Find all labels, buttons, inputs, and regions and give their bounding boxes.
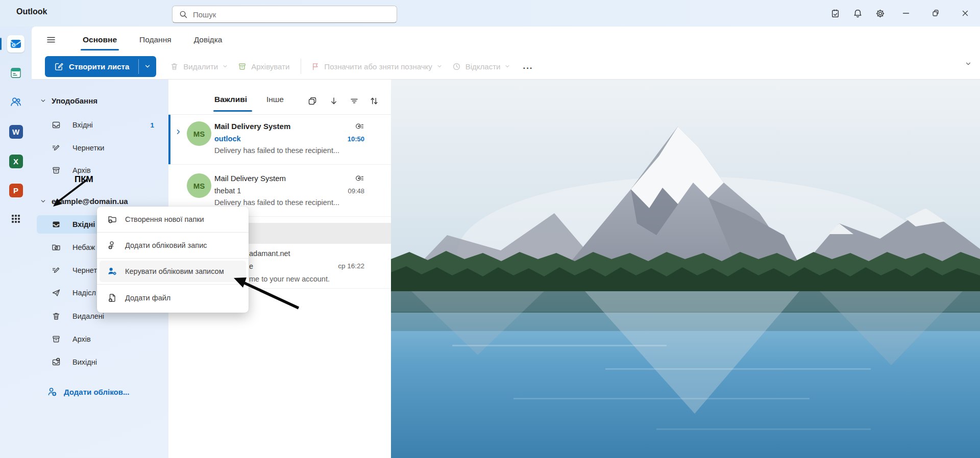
notifications-bell-icon[interactable] [846, 2, 869, 24]
app-rail: W X P [0, 27, 32, 458]
restore-icon[interactable] [921, 0, 950, 27]
outlook-window: Outlook [0, 0, 980, 458]
trash-icon [51, 311, 61, 321]
menu-item-label: Додати файл [125, 294, 170, 302]
search-input[interactable] [192, 10, 390, 19]
close-icon[interactable] [950, 0, 980, 27]
message-sender: Mail Delivery System [214, 174, 351, 183]
collapse-toolbar-chevron-icon[interactable] [965, 60, 972, 67]
excel-tile: X [9, 155, 23, 168]
message-subject: thebat 1 [214, 187, 344, 195]
new-mail-button[interactable]: Створити листа [45, 56, 138, 77]
rail-mail-icon[interactable] [0, 34, 32, 54]
search-icon [179, 10, 188, 19]
file-add-icon [107, 293, 117, 303]
pkm-annotation-label: ПКМ [75, 174, 93, 185]
add-account-button[interactable]: Додати обліков... [32, 383, 168, 401]
folder-label: Архів [72, 335, 91, 343]
folder-label: Вхідні [72, 220, 95, 228]
redirect-status-icon [355, 173, 364, 183]
folder-inbox-favorite[interactable]: Вхідні 1 [32, 116, 168, 134]
folder-drafts-favorite[interactable]: Чернетки [32, 139, 168, 157]
folder-archive-favorite[interactable]: Архів [32, 161, 168, 180]
new-mail-dropdown[interactable] [139, 56, 156, 77]
powerpoint-letter: P [13, 186, 18, 195]
toolbar-overflow-button[interactable]: ... [523, 61, 533, 71]
avatar-initials: MS [193, 182, 205, 190]
new-mail-split-button[interactable]: Створити листа [45, 56, 156, 77]
rail-more-apps-icon[interactable] [0, 209, 32, 229]
menu-item-add-account[interactable]: Додати обліковий запис [97, 233, 249, 259]
message-preview: Delivery has failed to these recipient..… [214, 146, 371, 155]
tab-view[interactable]: Подання [138, 32, 173, 47]
folder-label: Надісл [72, 289, 96, 297]
tab-other[interactable]: Інше [266, 95, 284, 104]
my-day-icon[interactable] [824, 2, 846, 24]
ribbon-tabs-row: Основне Подання Довідка [32, 27, 980, 53]
sort-icon[interactable] [369, 96, 379, 106]
snooze-label: Відкласти [465, 62, 501, 71]
message-row[interactable]: MS Mail Delivery System outlock 10:50 De… [168, 115, 391, 165]
flag-button[interactable]: Позначити або зняти позначку [310, 62, 442, 71]
minimize-icon[interactable] [891, 0, 921, 27]
message-subject: e [249, 262, 253, 270]
delete-button[interactable]: Видалити [169, 62, 228, 71]
folder-archive[interactable]: Архів [32, 330, 168, 348]
tab-focused[interactable]: Важливі [214, 95, 247, 104]
clock-icon [452, 62, 461, 71]
rail-calendar-icon[interactable] [0, 63, 32, 83]
tab-home[interactable]: Основне [82, 32, 118, 47]
powerpoint-tile: P [9, 184, 23, 197]
drafts-pencil-icon [51, 143, 61, 153]
rail-selected-indicator [0, 38, 2, 50]
archive-box-icon [51, 334, 61, 344]
rail-excel-icon[interactable]: X [0, 151, 32, 171]
title-bar: Outlook [0, 0, 980, 27]
send-icon [51, 288, 61, 298]
rail-word-icon[interactable]: W [0, 121, 32, 142]
rail-people-icon[interactable] [0, 92, 32, 112]
chevron-down-icon [40, 198, 46, 205]
menu-item-add-file[interactable]: Додати файл [97, 285, 249, 311]
mark-read-arrow-icon[interactable] [329, 96, 339, 106]
drafts-pencil-icon [51, 265, 61, 275]
tab-help[interactable]: Довідка [193, 32, 224, 47]
ribbon-toolbar: Створити листа Видалити Архівувати [32, 53, 980, 80]
settings-gear-icon[interactable] [869, 2, 891, 24]
favorites-header[interactable]: Уподобання [32, 91, 168, 110]
menu-item-manage-account[interactable]: Керувати обліковим записом [97, 259, 249, 285]
message-time: 10:50 [348, 135, 364, 143]
menu-item-create-new-folder[interactable]: Створення нової папки [97, 207, 249, 233]
rail-powerpoint-icon[interactable]: P [0, 180, 32, 200]
expand-chevron-icon[interactable] [175, 128, 182, 136]
menu-item-label: Керувати обліковим записом [125, 267, 224, 275]
select-messages-icon[interactable] [307, 96, 317, 106]
filter-icon[interactable] [349, 96, 359, 106]
hamburger-menu-icon[interactable] [41, 31, 61, 49]
folder-outbox[interactable]: Вихідні [32, 353, 168, 371]
message-time: 09:48 [348, 187, 364, 195]
chevron-down-icon [40, 97, 46, 104]
avatar[interactable]: MS [187, 121, 211, 146]
flag-label: Позначити або зняти позначку [324, 62, 432, 71]
word-letter: W [12, 128, 19, 136]
avatar[interactable]: MS [187, 173, 211, 198]
folder-label: Архів [72, 166, 91, 174]
folder-label: Вихідні [72, 358, 97, 366]
reading-pane-background-image [391, 80, 980, 458]
search-box[interactable] [172, 6, 397, 23]
word-tile: W [9, 125, 23, 139]
archive-box-icon [51, 165, 61, 175]
archive-label: Архівувати [251, 62, 289, 71]
junk-folder-icon [51, 242, 61, 252]
archive-button[interactable]: Архівувати [237, 62, 289, 71]
avatar-initials: MS [193, 130, 205, 138]
message-subject: outlock [214, 135, 344, 143]
delete-label: Видалити [183, 62, 218, 71]
unread-count-badge: 1 [139, 121, 154, 129]
snooze-button[interactable]: Відкласти [452, 62, 511, 71]
folder-label: Чернетки [72, 144, 104, 152]
ribbon: Основне Подання Довідка Створити листа [32, 27, 980, 80]
menu-item-label: Створення нової папки [125, 215, 204, 223]
message-preview: me to your new account. [249, 275, 330, 283]
